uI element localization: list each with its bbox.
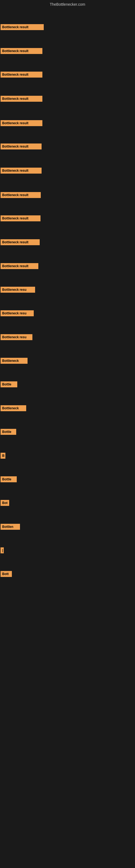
bar-row-9: Bottleneck result bbox=[1, 215, 41, 222]
bar-row-10: Bottleneck result bbox=[1, 239, 40, 246]
bottleneck-bar-9: Bottleneck result bbox=[1, 215, 41, 221]
bar-row-8: Bottleneck result bbox=[1, 192, 41, 199]
bar-row-23: | bbox=[1, 547, 4, 554]
bar-row-21: Bot bbox=[1, 500, 9, 507]
bar-row-20: Bottle bbox=[1, 476, 17, 484]
bottleneck-bar-17: Bottleneck bbox=[1, 405, 26, 411]
bar-row-18: Bottle bbox=[1, 429, 16, 436]
bottleneck-bar-5: Bottleneck result bbox=[1, 120, 42, 126]
bottleneck-bar-3: Bottleneck result bbox=[1, 72, 42, 78]
bottleneck-bar-10: Bottleneck result bbox=[1, 239, 40, 245]
bottleneck-bar-8: Bottleneck result bbox=[1, 192, 41, 198]
bar-row-2: Bottleneck result bbox=[1, 48, 42, 55]
bottleneck-bar-1: Bottleneck result bbox=[1, 24, 44, 30]
bar-row-6: Bottleneck result bbox=[1, 144, 42, 151]
bottleneck-bar-16: Bottle bbox=[1, 381, 17, 388]
bottleneck-bar-24: Bott bbox=[1, 571, 12, 577]
bar-row-19: B bbox=[1, 453, 5, 460]
bottleneck-bar-18: Bottle bbox=[1, 429, 16, 435]
site-title: TheBottlenecker.com bbox=[0, 0, 135, 9]
bar-row-22: Bottlen bbox=[1, 524, 20, 531]
bottleneck-bar-21: Bot bbox=[1, 500, 9, 506]
bar-row-17: Bottleneck bbox=[1, 405, 26, 412]
bars-container: Bottleneck resultBottleneck resultBottle… bbox=[0, 9, 135, 868]
bar-row-5: Bottleneck result bbox=[1, 120, 42, 127]
bar-row-24: Bott bbox=[1, 571, 12, 578]
bar-row-4: Bottleneck result bbox=[1, 96, 42, 103]
bottleneck-bar-22: Bottlen bbox=[1, 524, 20, 530]
bottleneck-bar-6: Bottleneck result bbox=[1, 144, 42, 150]
bar-row-12: Bottleneck resu bbox=[1, 287, 35, 294]
bottleneck-bar-14: Bottleneck resu bbox=[1, 334, 32, 340]
bottleneck-bar-7: Bottleneck result bbox=[1, 167, 42, 174]
bottleneck-bar-13: Bottleneck resu bbox=[1, 310, 34, 316]
bar-row-16: Bottle bbox=[1, 381, 17, 389]
bar-row-13: Bottleneck resu bbox=[1, 310, 34, 317]
bar-row-1: Bottleneck result bbox=[1, 24, 44, 31]
bottleneck-bar-12: Bottleneck resu bbox=[1, 287, 35, 293]
bottleneck-bar-20: Bottle bbox=[1, 476, 17, 482]
bottleneck-bar-23: | bbox=[1, 547, 4, 553]
bottleneck-bar-11: Bottleneck result bbox=[1, 263, 38, 269]
bar-row-7: Bottleneck result bbox=[1, 167, 42, 175]
bottleneck-bar-15: Bottleneck bbox=[1, 358, 28, 364]
bar-row-15: Bottleneck bbox=[1, 358, 28, 365]
bar-row-3: Bottleneck result bbox=[1, 72, 42, 79]
bar-row-14: Bottleneck resu bbox=[1, 334, 32, 341]
bottleneck-bar-19: B bbox=[1, 453, 5, 459]
bottleneck-bar-4: Bottleneck result bbox=[1, 96, 42, 102]
bar-row-11: Bottleneck result bbox=[1, 263, 38, 270]
bottleneck-bar-2: Bottleneck result bbox=[1, 48, 42, 54]
